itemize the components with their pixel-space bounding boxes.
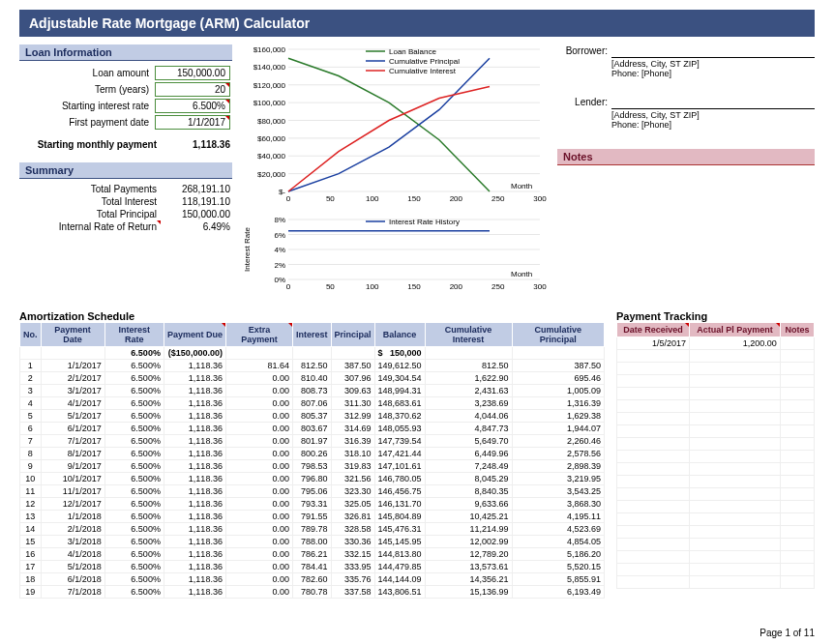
svg-text:$140,000: $140,000 [253,63,286,72]
track-cell[interactable] [780,438,814,451]
track-cell[interactable] [617,513,690,526]
amort-cell [20,347,42,360]
track-cell[interactable] [690,451,781,463]
amort-cell: 0.00 [225,511,292,523]
amort-cell: 1,118.36 [164,548,225,561]
amort-cell: 14 [20,523,42,536]
amort-header: Interest Rate [104,323,164,347]
amort-cell: 4,847.73 [425,423,512,435]
svg-text:Loan Balance: Loan Balance [389,47,436,56]
track-cell[interactable] [617,363,690,375]
track-cell[interactable] [617,451,690,463]
track-cell[interactable] [617,388,690,400]
track-cell[interactable] [617,476,690,488]
track-cell[interactable] [780,388,814,400]
amort-cell: 6.500% [104,372,164,385]
track-cell[interactable] [780,350,814,363]
page-title: Adjustable Rate Mortgage (ARM) Calculato… [19,10,815,37]
track-cell[interactable] [617,526,690,539]
track-cell[interactable] [780,363,814,375]
track-cell[interactable] [690,513,781,526]
track-cell[interactable] [617,375,690,388]
track-cell[interactable] [617,425,690,438]
track-cell[interactable] [780,513,814,526]
track-cell[interactable] [780,413,814,425]
lender-line[interactable] [611,97,815,109]
track-cell[interactable] [690,388,781,400]
track-cell[interactable] [690,576,781,589]
svg-text:0: 0 [286,194,291,203]
track-cell[interactable] [690,526,781,539]
amort-cell: 6.500% [104,347,164,360]
amort-cell [425,347,512,360]
track-cell[interactable] [617,564,690,576]
track-cell[interactable] [690,539,781,551]
track-cell[interactable] [780,551,814,564]
track-cell[interactable] [690,413,781,425]
track-cell[interactable] [617,438,690,451]
track-cell[interactable] [690,438,781,451]
track-cell[interactable] [780,576,814,589]
borrower-line[interactable] [611,45,815,58]
track-cell[interactable] [690,375,781,388]
amort-cell: 13,573.61 [425,561,512,573]
track-cell[interactable]: 1,200.00 [690,337,781,350]
page-number: Page 1 of 11 [760,628,815,638]
loan-info-value[interactable]: 150,000.00 [153,65,232,81]
loan-info-value[interactable]: 1/1/2017 [153,114,232,131]
amort-cell: 1,629.38 [512,410,604,423]
amort-cell: 145,804.89 [374,511,425,523]
track-cell[interactable] [690,551,781,564]
track-cell[interactable] [780,564,814,576]
track-cell[interactable] [780,463,814,476]
track-cell[interactable] [780,375,814,388]
track-cell[interactable] [690,350,781,363]
lender-addr: [Address, City, ST ZIP] [557,110,815,120]
loan-info-value[interactable]: 6.500% [153,98,232,114]
track-cell[interactable] [780,425,814,438]
track-cell[interactable] [617,551,690,564]
track-cell[interactable] [617,413,690,425]
track-cell[interactable] [617,488,690,501]
amort-cell: 6.500% [104,498,164,511]
track-cell[interactable] [690,363,781,375]
track-cell[interactable] [780,337,814,350]
track-cell[interactable] [690,476,781,488]
amort-cell: 321.56 [331,473,374,485]
track-cell[interactable] [617,400,690,413]
track-cell[interactable] [780,476,814,488]
amort-cell: 4/1/2018 [41,548,104,561]
amort-cell: 1,118.36 [164,460,225,473]
borrower-label: Borrower: [557,45,611,58]
amort-cell: 149,612.50 [374,360,425,372]
amort-cell: 147,101.61 [374,460,425,473]
track-cell[interactable]: 1/5/2017 [617,337,690,350]
track-cell[interactable] [690,501,781,513]
amort-cell: 695.46 [512,372,604,385]
track-cell[interactable] [617,501,690,513]
track-cell[interactable] [690,463,781,476]
loan-info-value[interactable]: 20 [153,81,232,98]
amort-cell: 803.67 [293,423,332,435]
track-cell[interactable] [690,564,781,576]
track-cell[interactable] [690,400,781,413]
track-cell[interactable] [780,400,814,413]
track-cell[interactable] [617,463,690,476]
track-cell[interactable] [780,539,814,551]
summary-table: Total Payments268,191.10Total Interest11… [19,183,232,233]
track-cell[interactable] [617,539,690,551]
summary-header: Summary [19,162,232,179]
track-cell[interactable] [617,350,690,363]
amort-cell: 2/1/2018 [41,523,104,536]
svg-text:$-: $- [279,188,285,196]
amort-cell: 0.00 [225,573,292,586]
track-cell[interactable] [780,526,814,539]
track-cell[interactable] [617,576,690,589]
track-cell[interactable] [690,488,781,501]
svg-text:250: 250 [491,194,505,203]
track-cell[interactable] [780,451,814,463]
track-cell[interactable] [780,488,814,501]
track-cell[interactable] [780,501,814,513]
amort-cell: 144,479.85 [374,561,425,573]
track-cell[interactable] [690,425,781,438]
